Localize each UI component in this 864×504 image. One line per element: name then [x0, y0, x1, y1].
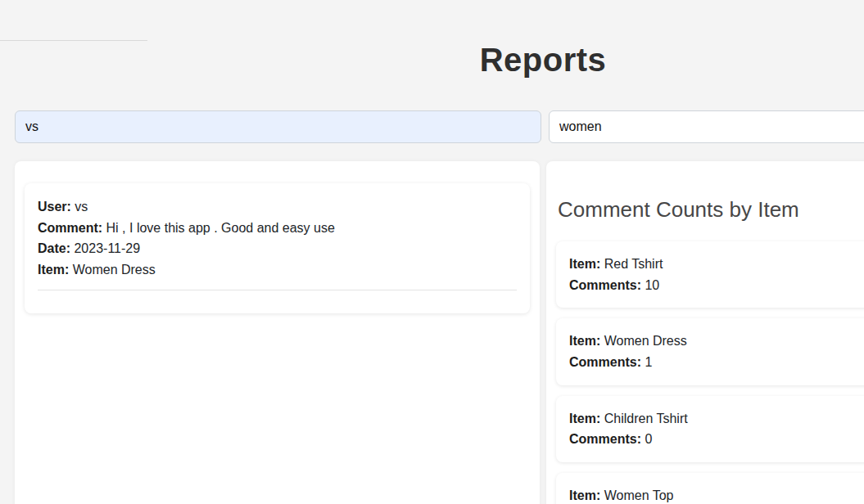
- item-value: Children Tshirt: [604, 412, 688, 425]
- item-value: Red Tshirt: [604, 257, 663, 271]
- counts-list: Item: Red Tshirt Comments: 10 Item: Wome…: [556, 241, 864, 504]
- count-card: Item: Women Top Comments:: [556, 473, 864, 504]
- user-label: User:: [38, 200, 71, 214]
- comments-value: 0: [645, 432, 652, 446]
- comment-date-line: Date: 2023-11-29: [38, 238, 517, 259]
- count-comments-line: Comments: 0: [569, 429, 864, 450]
- item-value: Women Top: [604, 488, 674, 502]
- comments-value: 1: [645, 355, 652, 369]
- reports-page: Reports User: vs Comment: Hi , I love th…: [0, 40, 864, 504]
- comment-label: Comment:: [38, 221, 102, 235]
- count-card: Item: Children Tshirt Comments: 0: [556, 396, 864, 462]
- item-value: Women Dress: [604, 334, 687, 348]
- count-item-line: Item: Children Tshirt: [569, 408, 864, 430]
- count-comments-line: Comments: 1: [569, 352, 864, 373]
- item-label: Item:: [569, 488, 600, 502]
- comment-card: User: vs Comment: Hi , I love this app .…: [25, 183, 530, 313]
- comments-list: User: vs Comment: Hi , I love this app .…: [25, 183, 530, 313]
- item-label: Item:: [569, 334, 600, 348]
- comment-item-line: Item: Women Dress: [38, 259, 517, 281]
- top-border-artifact: [0, 40, 147, 41]
- count-item-line: Item: Red Tshirt: [569, 254, 864, 275]
- page-title: Reports: [0, 40, 864, 79]
- date-label: Date:: [38, 241, 70, 255]
- comment-text-line: Comment: Hi , I love this app . Good and…: [38, 218, 517, 239]
- user-search-input[interactable]: [15, 110, 541, 143]
- filters-row: [15, 110, 864, 143]
- content-columns: User: vs Comment: Hi , I love this app .…: [15, 161, 864, 504]
- user-value: vs: [75, 200, 88, 214]
- comment-value: Hi , I love this app . Good and easy use: [106, 221, 335, 235]
- comments-label: Comments:: [569, 432, 641, 446]
- comments-value: 10: [645, 278, 659, 292]
- date-value: 2023-11-29: [74, 241, 140, 255]
- card-divider: [38, 290, 517, 290]
- count-comments-line: Comments: 10: [569, 275, 864, 296]
- comments-panel: User: vs Comment: Hi , I love this app .…: [15, 161, 540, 504]
- item-search-input[interactable]: [549, 110, 864, 143]
- count-card: Item: Red Tshirt Comments: 10: [556, 241, 864, 308]
- counts-heading: Comment Counts by Item: [558, 197, 864, 223]
- count-card: Item: Women Dress Comments: 1: [556, 318, 864, 385]
- item-label: Item:: [38, 263, 69, 277]
- counts-panel: Comment Counts by Item Item: Red Tshirt …: [546, 161, 864, 504]
- comments-label: Comments:: [569, 355, 641, 369]
- count-item-line: Item: Women Top: [569, 485, 864, 504]
- comment-user-line: User: vs: [38, 196, 517, 218]
- count-item-line: Item: Women Dress: [569, 331, 864, 352]
- item-label: Item:: [569, 257, 600, 271]
- item-value: Women Dress: [73, 263, 156, 277]
- comments-label: Comments:: [569, 278, 641, 292]
- item-label: Item:: [569, 412, 600, 425]
